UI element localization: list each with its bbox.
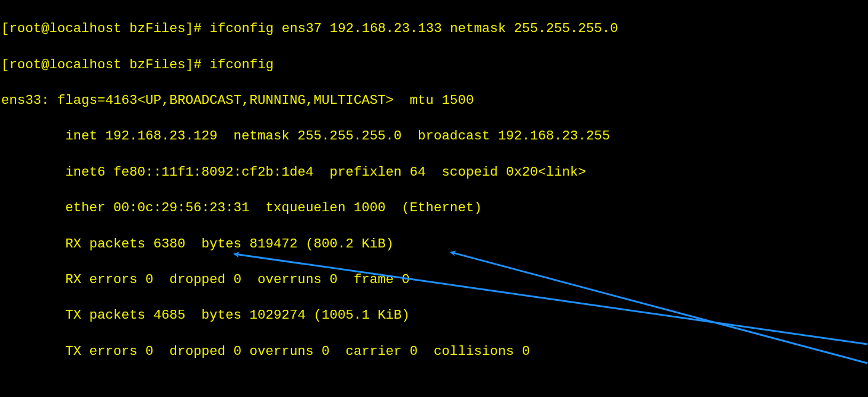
command-2: ifconfig (209, 57, 274, 72)
ens33-rxp: RX packets 6380 bytes 819472 (800.2 KiB) (1, 235, 868, 253)
command-1: ifconfig ens37 192.168.23.133 netmask 25… (209, 21, 618, 36)
ens33-inet: inet 192.168.23.129 netmask 255.255.255.… (1, 127, 868, 145)
ens33-inet6: inet6 fe80::11f1:8092:cf2b:1de4 prefixle… (1, 163, 868, 181)
ens33-header: ens33: flags=4163<UP,BROADCAST,RUNNING,M… (1, 91, 868, 109)
prompt-1: [root@localhost bzFiles]# (1, 21, 209, 36)
ens33-txe: TX errors 0 dropped 0 overruns 0 carrier… (1, 342, 868, 360)
ens33-rxe: RX errors 0 dropped 0 overruns 0 frame 0 (1, 271, 868, 288)
prompt-line-2[interactable]: [root@localhost bzFiles]# ifconfig (1, 56, 868, 74)
ens33-txp: TX packets 4685 bytes 1029274 (1005.1 Ki… (1, 306, 868, 324)
terminal-output: [root@localhost bzFiles]# ifconfig ens37… (0, 0, 868, 397)
ens33-ether: ether 00:0c:29:56:23:31 txqueuelen 1000 … (1, 199, 868, 217)
prompt-line-1[interactable]: [root@localhost bzFiles]# ifconfig ens37… (1, 20, 868, 37)
prompt-2: [root@localhost bzFiles]# (1, 57, 209, 72)
